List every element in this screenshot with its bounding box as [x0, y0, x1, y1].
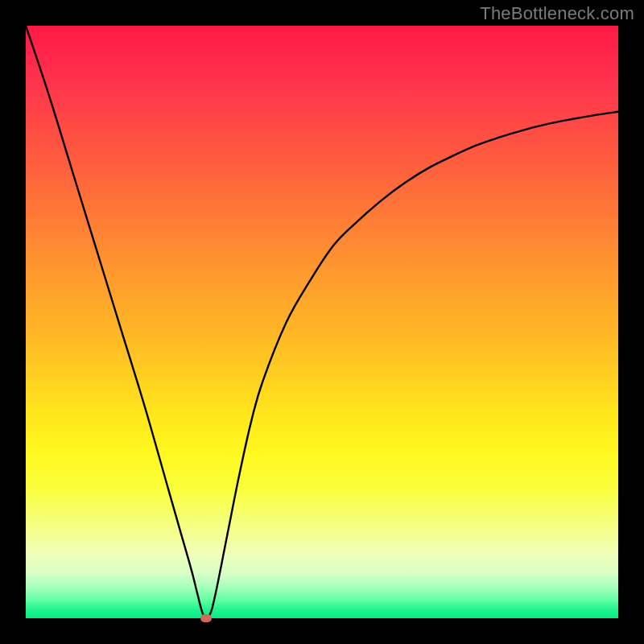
plot-area	[26, 26, 618, 618]
bottleneck-curve	[26, 26, 618, 618]
chart-frame: TheBottleneck.com	[0, 0, 644, 644]
optimal-point-marker	[200, 614, 212, 622]
watermark-text: TheBottleneck.com	[480, 3, 634, 24]
